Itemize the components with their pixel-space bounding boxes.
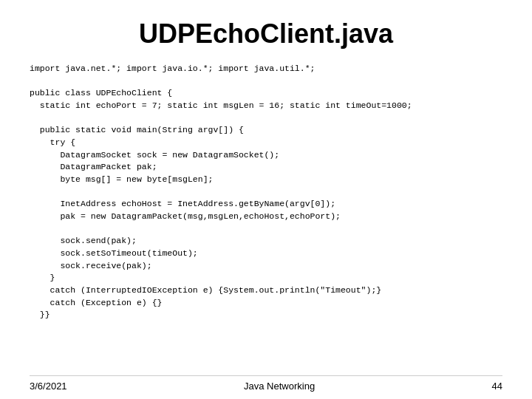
code-line-catch2: catch (Exception e) {} bbox=[30, 298, 162, 307]
code-line-pak: DatagramPacket pak; bbox=[30, 162, 157, 171]
code-line-static: static int echoPort = 7; static int msgL… bbox=[30, 100, 412, 110]
code-line-close-main: }} bbox=[30, 310, 50, 319]
footer: 3/6/2021 Java Networking 44 bbox=[30, 375, 502, 392]
code-line-inet: InetAddress echoHost = InetAddress.getBy… bbox=[30, 199, 335, 208]
code-line-sock: DatagramSocket sock = new DatagramSocket… bbox=[30, 150, 279, 160]
code-line-close-try: } bbox=[30, 273, 55, 282]
slide-title: UDPEchoClient.java bbox=[30, 18, 502, 50]
code-line-pakassign: pak = new DatagramPacket(msg,msgLen,echo… bbox=[30, 211, 341, 221]
code-line-msg: byte msg[] = new byte[msgLen]; bbox=[30, 174, 213, 184]
code-line-imports: import java.net.*; import java.io.*; imp… bbox=[30, 64, 315, 73]
footer-title: Java Networking bbox=[67, 381, 492, 392]
slide: UDPEchoClient.java import java.net.*; im… bbox=[0, 0, 532, 399]
code-line-catch1: catch (InterruptedIOException e) {System… bbox=[30, 285, 381, 295]
code-line-main: public static void main(String argv[]) { bbox=[30, 125, 244, 134]
code-line-receive: sock.receive(pak); bbox=[30, 261, 152, 270]
code-block: import java.net.*; import java.io.*; imp… bbox=[30, 63, 502, 372]
code-line-class: public class UDPEchoClient { bbox=[30, 88, 172, 98]
code-line-timeout: sock.setSoTimeout(timeOut); bbox=[30, 248, 198, 258]
code-line-send: sock.send(pak); bbox=[30, 236, 137, 245]
footer-date: 3/6/2021 bbox=[30, 381, 67, 392]
code-line-try: try { bbox=[30, 137, 75, 147]
footer-page: 44 bbox=[492, 381, 502, 392]
